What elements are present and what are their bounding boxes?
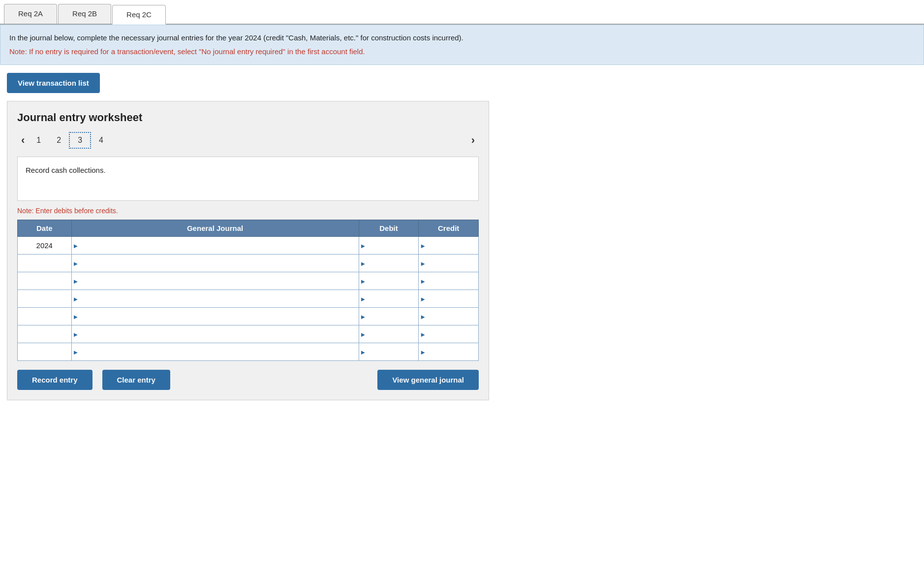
table-row: 2024 ► ► ► [18,237,479,255]
note-debits-text: Note: Enter debits before credits. [17,207,479,215]
debit-cell-7[interactable]: ► [359,343,419,361]
record-description-text: Record cash collections. [26,166,106,174]
gj-input-3[interactable] [72,272,359,290]
gj-cell-7[interactable]: ► [71,343,359,361]
gj-cell-2[interactable]: ► [71,255,359,272]
gj-input-5[interactable] [72,308,359,325]
credit-cell-5[interactable]: ► [419,308,479,325]
date-cell-5 [18,308,72,325]
debit-cell-4[interactable]: ► [359,290,419,308]
credit-input-1[interactable] [419,237,478,254]
tabs-container: Req 2A Req 2B Req 2C [0,0,924,25]
step-navigation: ‹ 1 2 3 4 › [17,132,479,149]
journal-table: Date General Journal Debit Credit 2024 ►… [17,220,479,361]
gj-cell-5[interactable]: ► [71,308,359,325]
debit-input-4[interactable] [359,290,419,307]
credit-input-5[interactable] [419,308,478,325]
gj-input-1[interactable] [72,237,359,254]
table-row: ► ► ► [18,290,479,308]
gj-input-2[interactable] [72,255,359,272]
date-cell-7 [18,343,72,361]
view-general-journal-button[interactable]: View general journal [377,370,479,390]
col-header-date: Date [18,220,72,237]
clear-entry-button[interactable]: Clear entry [102,370,170,390]
credit-cell-2[interactable]: ► [419,255,479,272]
tab-req2b[interactable]: Req 2B [58,4,111,24]
next-step-button[interactable]: › [467,132,479,149]
instruction-main-text: In the journal below, complete the neces… [9,33,463,42]
col-header-debit: Debit [359,220,419,237]
prev-step-button[interactable]: ‹ [17,132,29,149]
step-1-button[interactable]: 1 [29,133,49,148]
table-row: ► ► ► [18,255,479,272]
col-header-credit: Credit [419,220,479,237]
credit-input-2[interactable] [419,255,478,272]
step-3-button[interactable]: 3 [69,132,91,149]
bottom-buttons: Record entry Clear entry View general jo… [17,370,479,390]
credit-input-3[interactable] [419,272,478,290]
date-cell-4 [18,290,72,308]
debit-input-5[interactable] [359,308,419,325]
date-cell-6 [18,325,72,343]
credit-cell-6[interactable]: ► [419,325,479,343]
record-description: Record cash collections. [17,157,479,201]
credit-input-4[interactable] [419,290,478,307]
gj-cell-6[interactable]: ► [71,325,359,343]
credit-input-7[interactable] [419,343,478,360]
date-cell-2 [18,255,72,272]
tab-req2c[interactable]: Req 2C [112,5,166,25]
debit-input-1[interactable] [359,237,419,254]
debit-input-6[interactable] [359,325,419,343]
instruction-note-text: Note: If no entry is required for a tran… [9,46,915,58]
gj-cell-3[interactable]: ► [71,272,359,290]
gj-cell-1[interactable]: ► [71,237,359,255]
journal-entry-worksheet: Journal entry worksheet ‹ 1 2 3 4 › Reco… [7,101,489,400]
debit-cell-1[interactable]: ► [359,237,419,255]
gj-input-7[interactable] [72,343,359,360]
step-4-button[interactable]: 4 [91,133,111,148]
date-cell-1: 2024 [18,237,72,255]
date-value-1: 2024 [36,241,53,250]
debit-cell-6[interactable]: ► [359,325,419,343]
date-cell-3 [18,272,72,290]
debit-input-3[interactable] [359,272,419,290]
col-header-general-journal: General Journal [71,220,359,237]
table-row: ► ► ► [18,325,479,343]
tab-req2a[interactable]: Req 2A [4,4,57,24]
debit-cell-2[interactable]: ► [359,255,419,272]
gj-cell-4[interactable]: ► [71,290,359,308]
gj-input-6[interactable] [72,325,359,343]
debit-input-7[interactable] [359,343,419,360]
worksheet-title: Journal entry worksheet [17,111,479,124]
credit-cell-3[interactable]: ► [419,272,479,290]
gj-input-4[interactable] [72,290,359,307]
credit-cell-4[interactable]: ► [419,290,479,308]
table-row: ► ► ► [18,343,479,361]
credit-input-6[interactable] [419,325,478,343]
credit-cell-7[interactable]: ► [419,343,479,361]
instruction-box: In the journal below, complete the neces… [0,25,924,65]
debit-input-2[interactable] [359,255,419,272]
debit-cell-5[interactable]: ► [359,308,419,325]
debit-cell-3[interactable]: ► [359,272,419,290]
table-row: ► ► ► [18,308,479,325]
record-entry-button[interactable]: Record entry [17,370,92,390]
step-2-button[interactable]: 2 [49,133,69,148]
table-row: ► ► ► [18,272,479,290]
credit-cell-1[interactable]: ► [419,237,479,255]
view-transaction-list-button[interactable]: View transaction list [7,73,100,93]
